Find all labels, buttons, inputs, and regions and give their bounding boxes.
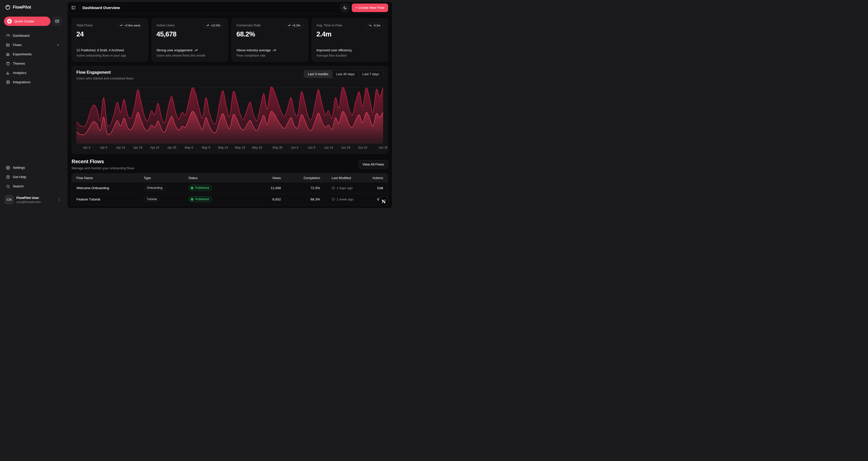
gear-icon xyxy=(6,166,10,170)
moon-icon xyxy=(343,6,347,10)
plus-circle-icon xyxy=(7,19,12,24)
x-tick-label: Apr 14 xyxy=(116,146,125,149)
user-email: user@flowpilot.dev xyxy=(16,200,41,203)
range-last-30-days[interactable]: Last 30 days xyxy=(332,70,359,78)
x-tick-label: May 19 xyxy=(235,146,245,149)
create-new-flow-button[interactable]: + Create New Flow xyxy=(352,3,388,12)
recent-flows-title: Recent Flows xyxy=(71,159,134,165)
sidebar-item-label: Settings xyxy=(13,166,25,170)
last-modified-value: 2 days ago xyxy=(320,186,365,190)
sidebar-item-themes[interactable]: Themes xyxy=(4,59,62,68)
table-row[interactable]: Welcome Onboarding Onboarding Published … xyxy=(72,182,388,193)
x-axis-ticks: Apr 4Apr 9Apr 14Apr 19Apr 24Apr 29May 4M… xyxy=(76,145,383,150)
completion-value: 72.5% xyxy=(281,186,320,190)
area-chart-svg xyxy=(76,83,383,144)
x-tick-label: Jun 14 xyxy=(324,146,333,149)
sidebar-item-label: Analytics xyxy=(13,71,26,75)
user-name: FlowPilot User xyxy=(16,196,41,200)
table-row-partial xyxy=(72,205,388,206)
col-status: Status xyxy=(188,176,252,180)
layout-list-icon xyxy=(6,43,10,47)
user-menu[interactable]: CN FlowPilot User user@flowpilot.dev xyxy=(4,194,62,205)
x-tick-label: May 4 xyxy=(185,146,193,149)
check-circle-icon xyxy=(190,186,194,190)
edit-button[interactable]: Edit xyxy=(365,186,383,190)
panel-left-icon[interactable] xyxy=(71,5,75,10)
sidebar-item-integrations[interactable]: Integrations xyxy=(4,78,62,86)
col-completion: Completion xyxy=(281,176,320,180)
theme-sphere-icon xyxy=(6,62,10,66)
sidebar-footer-nav: Settings Get Help Search xyxy=(4,164,62,191)
stat-cards: Total Flows +3 this week 24 12 Published… xyxy=(71,18,388,62)
trending-down-icon xyxy=(369,24,372,27)
stat-line2: Users who viewed flows this month xyxy=(157,54,223,57)
sidebar-item-dashboard[interactable]: Dashboard xyxy=(4,31,62,40)
range-last-7-days[interactable]: Last 7 days xyxy=(359,70,383,78)
x-tick-label: Jun 24 xyxy=(358,146,367,149)
quick-create-label: Quick Create xyxy=(14,19,34,23)
recent-flows-subtitle: Manage and monitor your onboarding flows xyxy=(71,166,134,170)
database-icon xyxy=(6,80,10,84)
x-tick-label: Jun 9 xyxy=(308,146,315,149)
topbar: Dashboard Overview + Create New Flow xyxy=(67,2,392,14)
sidebar-nav: Dashboard Flows Experiments Themes xyxy=(4,31,62,86)
stat-value: 68.2% xyxy=(237,30,303,38)
sidebar-item-experiments[interactable]: Experiments xyxy=(4,50,62,58)
flowpilot-logo-icon xyxy=(5,4,10,10)
page-title: Dashboard Overview xyxy=(83,5,120,10)
main-panel: Dashboard Overview + Create New Flow Tot… xyxy=(67,2,392,208)
views-value: 8,932 xyxy=(252,197,281,201)
sidebar-item-search[interactable]: Search xyxy=(4,182,62,191)
check-circle-icon xyxy=(190,198,194,201)
last-modified-value: 1 week ago xyxy=(320,197,365,201)
chart-subtitle: Users who started and completed flows xyxy=(76,77,133,80)
sidebar-item-settings[interactable]: Settings xyxy=(4,164,62,172)
flow-name: Welcome Onboarding xyxy=(76,186,144,190)
sidebar-item-label: Flows xyxy=(13,43,22,47)
stat-value: 24 xyxy=(76,30,143,38)
camera-icon xyxy=(6,52,10,56)
stat-label: Conversion Rate xyxy=(237,23,261,27)
bar-chart-icon xyxy=(6,71,10,75)
x-tick-label: Jun 4 xyxy=(291,146,298,149)
stat-line1: Improved user efficiency xyxy=(316,48,352,52)
flows-table: Flow Name Type Status Views Completion L… xyxy=(71,173,388,206)
sidebar-item-get-help[interactable]: Get Help xyxy=(4,173,62,181)
kebab-menu-icon[interactable] xyxy=(57,198,61,202)
stat-card-total-flows: Total Flows +3 this week 24 12 Published… xyxy=(71,18,148,62)
nextjs-dev-badge[interactable]: N xyxy=(379,197,389,206)
time-range-segmented-control: Last 3 months Last 30 days Last 7 days xyxy=(304,70,383,78)
sidebar-item-analytics[interactable]: Analytics xyxy=(4,69,62,77)
col-flow-name: Flow Name xyxy=(76,176,144,180)
flow-engagement-card: Flow Engagement Users who started and co… xyxy=(71,66,388,154)
flow-name: Feature Tutorial xyxy=(76,197,144,201)
col-views: Views xyxy=(252,176,281,180)
dashboard-content: Total Flows +3 this week 24 12 Published… xyxy=(67,14,392,208)
table-row[interactable]: Feature Tutorial Tutorial Published 8,93… xyxy=(72,193,388,205)
sidebar-item-label: Themes xyxy=(13,62,25,65)
chart-title: Flow Engagement xyxy=(76,70,133,75)
sidebar-item-label: Experiments xyxy=(13,52,32,56)
stat-value: 2.4m xyxy=(316,30,383,38)
x-tick-label: Jun 19 xyxy=(341,146,350,149)
quick-create-button[interactable]: Quick Create xyxy=(4,17,51,26)
x-tick-label: May 9 xyxy=(202,146,210,149)
x-tick-label: Apr 19 xyxy=(133,146,142,149)
theme-toggle-button[interactable] xyxy=(341,3,349,12)
sidebar-item-label: Search xyxy=(13,184,24,188)
status-badge: Published xyxy=(188,185,212,191)
mail-button[interactable] xyxy=(53,17,62,26)
stat-label: Avg. Time in Flow xyxy=(316,23,342,27)
type-badge: Onboarding xyxy=(144,185,165,191)
sidebar-item-label: Integrations xyxy=(13,80,31,84)
topbar-divider xyxy=(79,6,79,10)
clock-icon xyxy=(332,198,335,201)
stat-card-active-users: Active Users +12.5% 45,678 Strong user e… xyxy=(152,18,228,62)
x-tick-label: May 30 xyxy=(273,146,282,149)
x-tick-label: Apr 29 xyxy=(167,146,176,149)
sidebar-item-flows[interactable]: Flows xyxy=(4,41,62,49)
x-tick-label: Apr 4 xyxy=(83,146,90,149)
view-all-flows-button[interactable]: View All Flows xyxy=(359,160,388,169)
stat-badge: +12.5% xyxy=(203,23,223,28)
range-last-3-months[interactable]: Last 3 months xyxy=(304,70,332,78)
